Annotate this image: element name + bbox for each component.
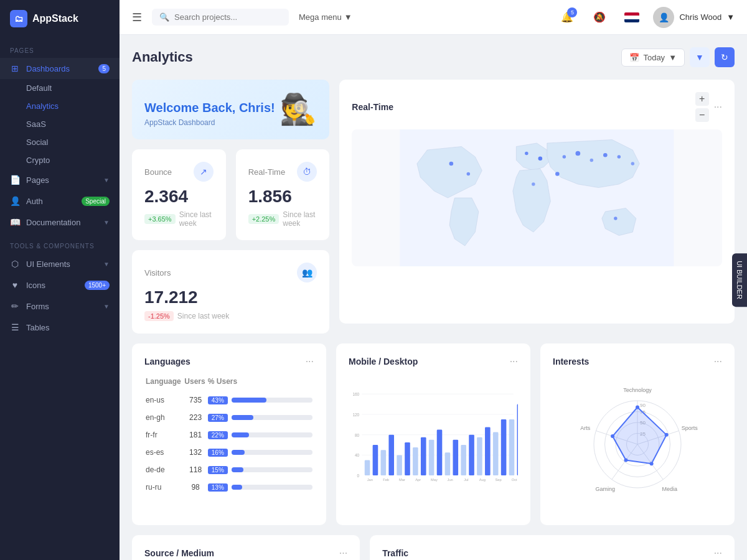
lang-bar: 43% [208,392,312,408]
refresh-icon: ↻ [721,52,728,62]
ui-icon: ⬡ [10,259,20,269]
svg-rect-23 [365,460,370,476]
welcome-sub: AppStack Dashboard [144,118,275,127]
lang-col-pct: % Users [208,377,312,391]
lang-name: fr-fr [146,427,183,443]
map-more-button[interactable]: ··· [714,101,722,113]
languages-title: Languages [144,357,190,366]
lang-row: de-de 118 15% [146,462,312,478]
welcome-card: Welcome Back, Chris! AppStack Dashboard … [132,80,329,139]
svg-rect-27 [388,435,394,475]
dashboards-badge: 5 [98,64,110,73]
icons-icon: ♥ [10,280,20,290]
filter-icon: ▼ [695,52,704,62]
notifications-badge: 5 [567,7,577,17]
svg-text:120: 120 [352,413,359,417]
flag-button[interactable] [621,6,643,29]
lang-bar: 16% [208,444,312,460]
filter-button[interactable]: ▼ [690,47,710,67]
svg-point-3 [525,152,529,156]
svg-point-80 [650,462,654,465]
svg-text:160: 160 [352,392,359,396]
sidebar-item-label-forms: Forms [26,302,49,311]
lang-name: en-us [146,392,183,408]
user-chevron: ▼ [726,12,735,22]
today-label: Today [643,53,665,62]
interests-title: Interests [553,357,589,366]
svg-rect-44 [477,437,482,475]
sidebar-item-ui-elements[interactable]: ⬡ UI Elements ▼ [0,253,120,274]
sidebar-item-social[interactable]: Social [0,133,120,151]
map-zoom-controls: + − [695,92,709,122]
sidebar-item-forms[interactable]: ✏ Forms ▼ [0,296,120,317]
bottom-grid: Source / Medium ··· Traffic ··· SourceUs… [132,535,735,560]
map-container [352,129,722,266]
lang-users: 181 [184,427,207,443]
svg-marker-77 [613,408,667,464]
zoom-out-button[interactable]: − [695,108,709,122]
interests-card: Interests ··· TechnologySportsMediaGamin… [540,343,735,525]
languages-more[interactable]: ··· [306,356,314,367]
forms-icon: ✏ [10,301,20,311]
visitors-since: Since last week [177,312,229,320]
sidebar-item-default[interactable]: Default [0,79,120,97]
bounce-card: Bounce ↗ 2.364 +3.65% Since last week [132,149,226,240]
visitors-card: Visitors 👥 17.212 -1.25% Since last week [132,250,329,334]
svg-text:Apr: Apr [415,478,421,482]
search-input[interactable] [174,12,274,22]
search-box[interactable]: 🔍 [152,9,289,26]
today-button[interactable]: 📅 Today ▼ [621,49,685,67]
hamburger-button[interactable]: ☰ [132,11,142,24]
sidebar-item-documentation[interactable]: 📖 Documentation ▼ [0,212,120,233]
alerts-button[interactable]: 🔕 [588,6,611,29]
lang-bar: 15% [208,462,312,478]
mobile-desktop-more[interactable]: ··· [510,356,518,367]
welcome-figure: 🕵️ [280,92,317,127]
sidebar-item-pages[interactable]: 📄 Pages ▼ [0,169,120,190]
bounce-since: Since last week [179,210,214,228]
app-logo[interactable]: 🗂 AppStack [0,0,120,37]
lang-row: es-es 132 16% [146,444,312,460]
mobile-desktop-card: Mobile / Desktop ··· 04080120160JanFebMa… [336,343,530,525]
bounce-value: 2.364 [144,187,214,207]
sidebar-item-label-docs: Documentation [26,218,80,227]
source-medium-more[interactable]: ··· [339,548,347,559]
bounce-label: Bounce [144,167,172,177]
refresh-button[interactable]: ↻ [715,47,735,67]
docs-chevron: ▼ [103,219,110,226]
topbar: ☰ 🔍 Mega menu ▼ 🔔 5 🔕 👤 Chris Wood ▼ [120,0,747,35]
interests-more[interactable]: ··· [714,356,722,367]
sidebar-item-crypto[interactable]: Crypto [0,151,120,169]
ui-builder-tab[interactable]: UI BUILDER [732,253,747,307]
sidebar-item-icons[interactable]: ♥ Icons 1500+ [0,274,120,296]
lang-users: 735 [184,392,207,408]
user-menu[interactable]: 👤 Chris Wood ▼ [653,7,735,28]
notifications-button[interactable]: 🔔 5 [556,6,578,29]
sidebar-item-dashboards[interactable]: ⊞ Dashboards 5 [0,58,120,79]
docs-icon: 📖 [10,217,20,227]
sidebar-item-tables[interactable]: ☰ Tables [0,317,120,338]
lang-name: ru-ru [146,479,183,495]
realtime-value: 1.856 [248,187,317,207]
svg-rect-35 [429,440,435,475]
traffic-more[interactable]: ··· [714,548,722,559]
lang-bar: 13% [208,479,312,495]
realtime-map-card: Real-Time + − ··· [339,80,735,324]
svg-rect-45 [485,427,491,475]
svg-point-79 [665,433,669,437]
bounce-icon: ↗ [194,162,214,182]
mega-menu-button[interactable]: Mega menu ▼ [299,12,352,22]
svg-point-5 [563,155,566,159]
sidebar-item-label-pages: Pages [26,175,49,185]
auth-badge: Special [82,197,110,206]
traffic-card: Traffic ··· SourceUsersSessionsBounce Ra… [370,535,735,560]
realtime-badge: +2.25% [248,214,280,224]
svg-rect-30 [405,442,410,475]
bounce-badge: +3.65% [144,214,176,224]
svg-point-10 [631,162,635,166]
zoom-in-button[interactable]: + [695,92,709,106]
calendar-icon: 📅 [629,53,639,62]
sidebar-item-saas[interactable]: SaaS [0,115,120,133]
sidebar-item-analytics[interactable]: Analytics [0,97,120,115]
sidebar-item-auth[interactable]: 👤 Auth Special [0,190,120,212]
